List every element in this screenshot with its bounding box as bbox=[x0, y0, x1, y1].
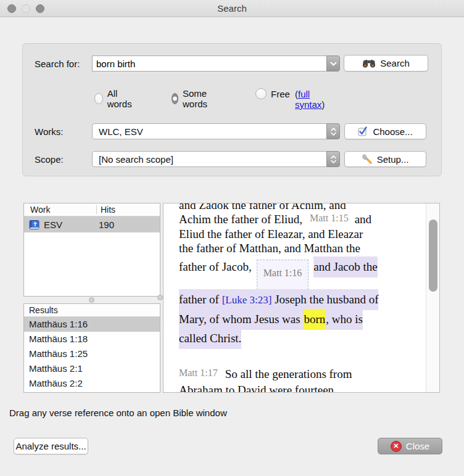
chevron-up-icon bbox=[331, 155, 336, 159]
bible-text-line: Eliud the father of Eleazar, and Eleazar bbox=[179, 227, 423, 241]
bible-text-line: Mary, of whom Jesus was born, who is bbox=[179, 310, 423, 329]
title-bar: Search bbox=[0, 0, 464, 17]
bible-text-line: called Christ. bbox=[179, 329, 423, 348]
chevron-down-icon bbox=[331, 160, 336, 163]
verse-reference-box[interactable]: Matt 1:16 bbox=[257, 260, 309, 290]
search-for-label: Search for: bbox=[35, 59, 80, 69]
work-column-header[interactable]: Work bbox=[24, 205, 96, 215]
paren-close: ) bbox=[321, 99, 325, 110]
cross-reference-link[interactable]: [Luke 3:23] bbox=[222, 294, 272, 306]
window-title: Search bbox=[0, 3, 464, 14]
work-hits-header: Work Hits bbox=[24, 203, 160, 216]
works-label: Works: bbox=[35, 126, 63, 137]
search-input[interactable] bbox=[92, 55, 326, 72]
chevron-down-icon bbox=[330, 62, 337, 66]
works-popup[interactable]: WLC, ESV bbox=[92, 123, 340, 139]
search-options-panel: Search for: Search All words bbox=[22, 43, 442, 176]
search-button-label: Search bbox=[380, 58, 410, 68]
radio-circle-icon bbox=[255, 88, 267, 99]
radio-some-words[interactable]: Some words bbox=[172, 88, 212, 109]
bible-text-line: Matt 1:17So all the generations from bbox=[179, 366, 423, 382]
results-header-label: Results bbox=[24, 305, 58, 315]
setup-button[interactable]: Setup... bbox=[344, 151, 426, 167]
bible-text-line: the father of Matthan, and Matthan the bbox=[179, 241, 423, 255]
list-item[interactable]: Matthäus 2:2 bbox=[24, 376, 160, 391]
splitter-grip-icon[interactable] bbox=[89, 297, 94, 303]
setup-button-label: Setup... bbox=[377, 154, 409, 165]
verse-reference[interactable]: Matt 1:15 bbox=[310, 213, 349, 223]
full-syntax-link[interactable]: full syntax bbox=[295, 89, 321, 110]
radio-some-words-label: Some words bbox=[183, 88, 212, 109]
radio-free[interactable]: Free bbox=[255, 88, 290, 99]
choose-button-label: Choose... bbox=[373, 126, 412, 137]
analyze-results-button[interactable]: Analyze results... bbox=[14, 438, 88, 454]
list-item[interactable]: Matthäus 1:18 bbox=[24, 332, 160, 347]
binoculars-icon bbox=[362, 59, 376, 68]
radio-free-label: Free bbox=[271, 89, 290, 99]
bible-text-line: Abraham to David were fourteen bbox=[179, 382, 423, 393]
verse-reference[interactable]: Matt 1:17 bbox=[179, 367, 218, 378]
bible-text-line: father of Jacob,Matt 1:16and Jacob the bbox=[179, 255, 423, 290]
work-hits-count: 190 bbox=[97, 220, 114, 230]
scope-popup-value: [No search scope] bbox=[99, 154, 173, 165]
scrollbar-track[interactable] bbox=[426, 203, 439, 392]
chevron-down-icon bbox=[331, 132, 336, 136]
scope-popup[interactable]: [No search scope] bbox=[92, 151, 340, 167]
bible-text-line: father of [Luke 3:23] Joseph the husband… bbox=[179, 290, 423, 310]
bible-text-content[interactable]: and Zadok the father of Achim, and Achim… bbox=[164, 203, 427, 393]
radio-all-words[interactable]: All words bbox=[94, 88, 135, 109]
results-header: Results bbox=[24, 304, 160, 317]
close-button[interactable]: ✕ Close bbox=[378, 438, 442, 454]
list-item[interactable]: Matthäus 1:25 bbox=[24, 347, 160, 361]
stepper-icon bbox=[326, 151, 340, 167]
radio-circle-icon bbox=[94, 93, 103, 104]
scope-label: Scope: bbox=[35, 154, 64, 165]
table-row[interactable]: ESV 190 bbox=[24, 216, 160, 232]
hit-word-highlight: born bbox=[303, 309, 326, 330]
checkmark-icon bbox=[358, 126, 368, 136]
choose-button[interactable]: Choose... bbox=[344, 123, 426, 139]
works-popup-value: WLC, ESV bbox=[99, 126, 143, 137]
splitter-grip-icon[interactable] bbox=[157, 295, 163, 300]
scrollbar-thumb[interactable] bbox=[429, 220, 437, 292]
drag-hint-text: Drag any verse reference onto an open Bi… bbox=[9, 408, 227, 418]
search-button[interactable]: Search bbox=[344, 55, 428, 72]
stepper-icon bbox=[326, 123, 340, 139]
results-list-panel: Results Matthäus 1:16 Matthäus 1:18 Matt… bbox=[23, 303, 160, 393]
close-button-label: Close bbox=[406, 441, 429, 451]
work-name: ESV bbox=[44, 220, 97, 230]
chevron-up-icon bbox=[331, 128, 336, 131]
analyze-results-label: Analyze results... bbox=[15, 441, 86, 451]
radio-selected-circle-icon bbox=[172, 93, 178, 104]
bible-text-line: and Zadok the father of Achim, and bbox=[179, 203, 423, 212]
bible-text-panel: and Zadok the father of Achim, and Achim… bbox=[163, 203, 440, 393]
search-history-dropdown-button[interactable] bbox=[326, 55, 340, 72]
bible-text-line: Achim the father of Eliud,Matt 1:15and bbox=[179, 212, 423, 227]
red-close-circle-icon: ✕ bbox=[391, 441, 402, 452]
radio-all-words-label: All words bbox=[107, 88, 135, 109]
wrench-icon bbox=[362, 154, 373, 164]
list-item[interactable]: Matthäus 1:16 bbox=[24, 317, 160, 332]
work-hits-panel: Work Hits ESV 190 bbox=[23, 203, 160, 297]
search-window: Search Search for: Search All words bbox=[0, 0, 464, 476]
bible-book-icon bbox=[29, 220, 39, 229]
full-syntax-link-wrap: (full syntax) bbox=[295, 89, 325, 110]
hits-column-header[interactable]: Hits bbox=[97, 205, 115, 215]
list-item[interactable]: Matthäus 2:1 bbox=[24, 361, 160, 376]
list-item[interactable]: Matthäus 2:4 bbox=[24, 391, 160, 393]
